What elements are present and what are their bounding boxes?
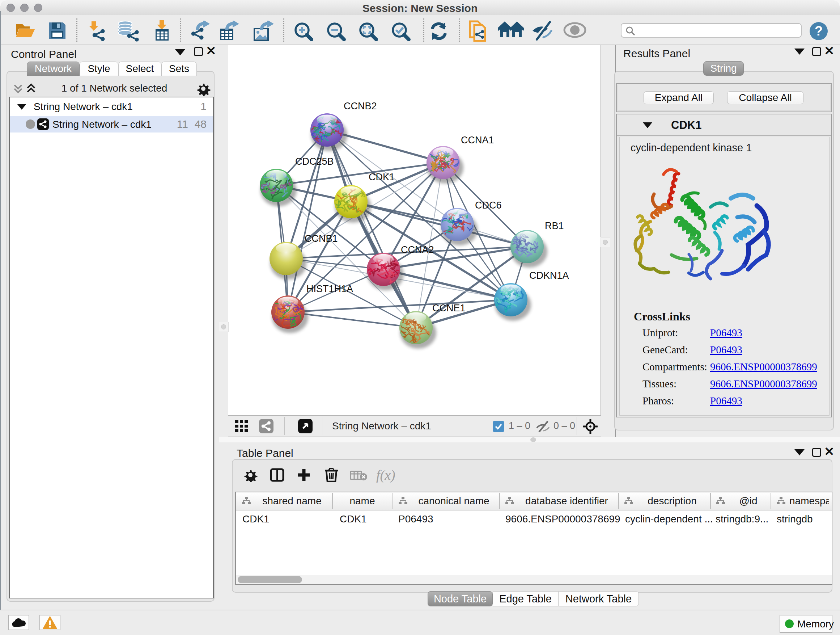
svg-text:CCNE1: CCNE1 xyxy=(432,302,466,314)
svg-text:CDC6: CDC6 xyxy=(475,200,502,211)
svg-text:CDKN1A: CDKN1A xyxy=(529,270,569,281)
svg-text:CCNA1: CCNA1 xyxy=(461,135,494,146)
svg-text:CCNA2: CCNA2 xyxy=(401,244,434,255)
svg-text:CCNB1: CCNB1 xyxy=(305,233,338,244)
svg-text:RB1: RB1 xyxy=(545,220,564,231)
svg-text:CDK1: CDK1 xyxy=(369,172,395,182)
svg-text:HIST1H1A: HIST1H1A xyxy=(306,283,353,295)
svg-text:CCNB2: CCNB2 xyxy=(344,101,377,111)
svg-text:CDC25B: CDC25B xyxy=(295,156,334,167)
